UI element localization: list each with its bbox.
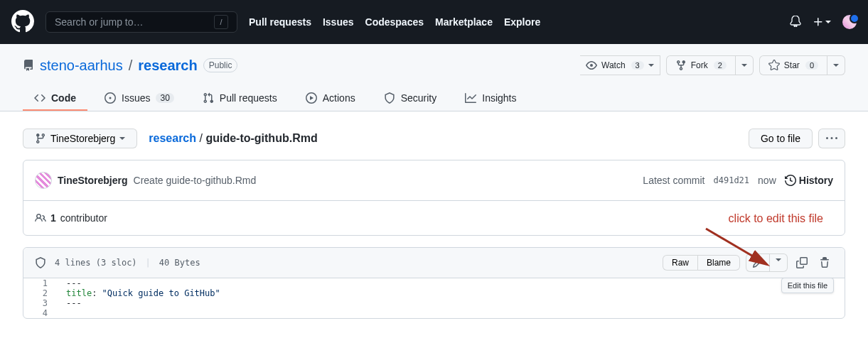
line-number[interactable]: 2 bbox=[23, 288, 59, 298]
line-number[interactable]: 4 bbox=[23, 308, 59, 318]
create-new-dropdown[interactable] bbox=[813, 16, 831, 28]
star-count: 0 bbox=[805, 61, 818, 70]
tab-insights[interactable]: Insights bbox=[454, 87, 527, 111]
tab-pulls[interactable]: Pull requests bbox=[191, 87, 289, 111]
watch-count: 3 bbox=[631, 61, 644, 70]
file-size: 40 Bytes bbox=[159, 258, 200, 268]
branch-select[interactable]: TineStorebjerg bbox=[23, 129, 137, 148]
code-line-2: title: "Quick guide to GitHub" bbox=[59, 288, 220, 298]
commit-sha[interactable]: d491d21 bbox=[714, 175, 750, 185]
watch-button[interactable]: Watch3 bbox=[580, 55, 660, 75]
shield-icon bbox=[35, 257, 46, 268]
contributor-count: 1 bbox=[50, 212, 56, 224]
edit-tooltip: Edit this file bbox=[781, 278, 834, 293]
user-avatar[interactable] bbox=[842, 15, 857, 29]
breadcrumb: research / guide-to-github.Rmd bbox=[149, 132, 317, 145]
tab-issues[interactable]: Issues30 bbox=[93, 87, 186, 111]
nav-issues[interactable]: Issues bbox=[323, 16, 354, 28]
fork-button[interactable]: Fork2 bbox=[666, 55, 736, 75]
commit-time: now bbox=[758, 175, 776, 186]
search-slash-hint: / bbox=[214, 15, 228, 29]
commit-author[interactable]: TineStorebjerg bbox=[58, 175, 128, 186]
repo-link[interactable]: research bbox=[138, 58, 197, 73]
code-line-4 bbox=[59, 308, 66, 318]
line-number[interactable]: 3 bbox=[23, 298, 59, 308]
code-area: 1--- 2title: "Quick guide to GitHub" 3--… bbox=[23, 278, 845, 318]
file-box: click to edit this file 4 lines (3 sloc)… bbox=[23, 247, 845, 319]
code-line-1: --- bbox=[59, 278, 82, 288]
repo-tabs: Code Issues30 Pull requests Actions Secu… bbox=[23, 87, 845, 111]
latest-commit-label: Latest commit bbox=[643, 175, 704, 186]
header-nav: Pull requests Issues Codespaces Marketpl… bbox=[249, 16, 540, 28]
issues-count: 30 bbox=[156, 93, 173, 103]
nav-marketplace[interactable]: Marketplace bbox=[435, 16, 493, 28]
repo-header: steno-aarhus / research Public Watch3 Fo… bbox=[0, 44, 868, 111]
star-button[interactable]: Star0 bbox=[759, 55, 827, 75]
people-icon bbox=[35, 212, 46, 224]
more-options-button[interactable] bbox=[818, 129, 845, 148]
nav-explore[interactable]: Explore bbox=[504, 16, 540, 28]
nav-pulls[interactable]: Pull requests bbox=[249, 16, 311, 28]
global-header: / Pull requests Issues Codespaces Market… bbox=[0, 0, 868, 44]
visibility-badge: Public bbox=[203, 58, 238, 72]
history-link[interactable]: History bbox=[785, 175, 833, 186]
repo-icon bbox=[23, 60, 34, 71]
search-box[interactable]: / bbox=[45, 11, 237, 33]
svg-line-1 bbox=[706, 229, 766, 264]
search-input[interactable] bbox=[55, 16, 197, 28]
delete-button[interactable] bbox=[816, 254, 833, 271]
breadcrumb-file: guide-to-github.Rmd bbox=[205, 132, 317, 144]
go-to-file-button[interactable]: Go to file bbox=[749, 129, 813, 148]
fork-count: 2 bbox=[714, 61, 727, 70]
star-dropdown[interactable] bbox=[827, 55, 845, 75]
fork-dropdown[interactable] bbox=[736, 55, 754, 75]
tab-code[interactable]: Code bbox=[23, 87, 87, 111]
raw-button[interactable]: Raw bbox=[663, 255, 698, 271]
annotation-arrow bbox=[702, 223, 781, 273]
file-lines: 4 lines (3 sloc) bbox=[55, 258, 137, 268]
copy-button[interactable] bbox=[793, 254, 810, 271]
tab-security[interactable]: Security bbox=[373, 87, 449, 111]
notifications-icon[interactable] bbox=[790, 16, 801, 29]
commit-author-avatar[interactable] bbox=[35, 172, 52, 189]
commit-message[interactable]: Create guide-to-github.Rmd bbox=[134, 175, 257, 186]
line-number[interactable]: 1 bbox=[23, 278, 59, 288]
owner-link[interactable]: steno-aarhus bbox=[40, 58, 123, 74]
contributor-label: contributor bbox=[60, 212, 107, 224]
tab-actions[interactable]: Actions bbox=[294, 87, 367, 111]
code-line-3: --- bbox=[59, 298, 82, 308]
github-logo[interactable] bbox=[11, 10, 34, 35]
repo-sep: / bbox=[129, 58, 133, 74]
breadcrumb-root[interactable]: research bbox=[149, 132, 196, 144]
nav-codespaces[interactable]: Codespaces bbox=[365, 16, 424, 28]
main-content: TineStorebjerg research / guide-to-githu… bbox=[0, 111, 868, 336]
